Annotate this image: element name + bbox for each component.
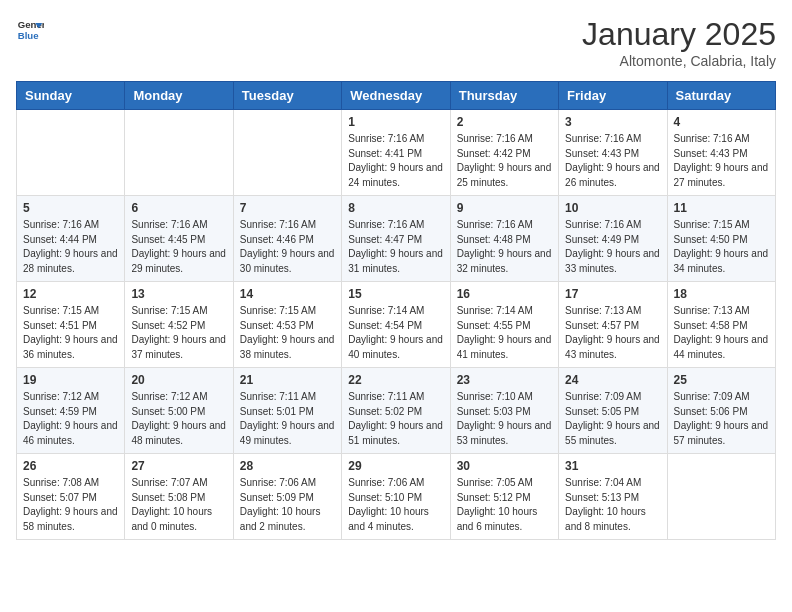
day-info: Sunrise: 7:16 AM Sunset: 4:43 PM Dayligh…	[565, 132, 660, 190]
day-info: Sunrise: 7:06 AM Sunset: 5:09 PM Dayligh…	[240, 476, 335, 534]
day-number: 31	[565, 459, 660, 473]
day-number: 19	[23, 373, 118, 387]
calendar-table: Sunday Monday Tuesday Wednesday Thursday…	[16, 81, 776, 540]
calendar-cell: 7Sunrise: 7:16 AM Sunset: 4:46 PM Daylig…	[233, 196, 341, 282]
calendar-cell: 21Sunrise: 7:11 AM Sunset: 5:01 PM Dayli…	[233, 368, 341, 454]
day-info: Sunrise: 7:14 AM Sunset: 4:55 PM Dayligh…	[457, 304, 552, 362]
day-info: Sunrise: 7:09 AM Sunset: 5:06 PM Dayligh…	[674, 390, 769, 448]
header-friday: Friday	[559, 82, 667, 110]
day-number: 23	[457, 373, 552, 387]
logo: General Blue	[16, 16, 44, 44]
calendar-cell	[233, 110, 341, 196]
day-number: 20	[131, 373, 226, 387]
day-info: Sunrise: 7:06 AM Sunset: 5:10 PM Dayligh…	[348, 476, 443, 534]
calendar-cell: 14Sunrise: 7:15 AM Sunset: 4:53 PM Dayli…	[233, 282, 341, 368]
day-info: Sunrise: 7:13 AM Sunset: 4:58 PM Dayligh…	[674, 304, 769, 362]
calendar-cell: 28Sunrise: 7:06 AM Sunset: 5:09 PM Dayli…	[233, 454, 341, 540]
day-info: Sunrise: 7:16 AM Sunset: 4:45 PM Dayligh…	[131, 218, 226, 276]
day-number: 13	[131, 287, 226, 301]
month-title: January 2025	[582, 16, 776, 53]
day-info: Sunrise: 7:15 AM Sunset: 4:52 PM Dayligh…	[131, 304, 226, 362]
day-number: 14	[240, 287, 335, 301]
calendar-cell: 11Sunrise: 7:15 AM Sunset: 4:50 PM Dayli…	[667, 196, 775, 282]
day-info: Sunrise: 7:15 AM Sunset: 4:50 PM Dayligh…	[674, 218, 769, 276]
calendar-cell: 31Sunrise: 7:04 AM Sunset: 5:13 PM Dayli…	[559, 454, 667, 540]
calendar-cell: 16Sunrise: 7:14 AM Sunset: 4:55 PM Dayli…	[450, 282, 558, 368]
header-saturday: Saturday	[667, 82, 775, 110]
day-info: Sunrise: 7:07 AM Sunset: 5:08 PM Dayligh…	[131, 476, 226, 534]
calendar-cell: 15Sunrise: 7:14 AM Sunset: 4:54 PM Dayli…	[342, 282, 450, 368]
day-number: 5	[23, 201, 118, 215]
day-info: Sunrise: 7:15 AM Sunset: 4:51 PM Dayligh…	[23, 304, 118, 362]
day-number: 22	[348, 373, 443, 387]
day-info: Sunrise: 7:16 AM Sunset: 4:49 PM Dayligh…	[565, 218, 660, 276]
calendar-cell: 19Sunrise: 7:12 AM Sunset: 4:59 PM Dayli…	[17, 368, 125, 454]
calendar-cell	[17, 110, 125, 196]
day-info: Sunrise: 7:16 AM Sunset: 4:43 PM Dayligh…	[674, 132, 769, 190]
calendar-cell: 5Sunrise: 7:16 AM Sunset: 4:44 PM Daylig…	[17, 196, 125, 282]
title-block: January 2025 Altomonte, Calabria, Italy	[582, 16, 776, 69]
calendar-week-2: 5Sunrise: 7:16 AM Sunset: 4:44 PM Daylig…	[17, 196, 776, 282]
day-info: Sunrise: 7:16 AM Sunset: 4:46 PM Dayligh…	[240, 218, 335, 276]
calendar-cell: 17Sunrise: 7:13 AM Sunset: 4:57 PM Dayli…	[559, 282, 667, 368]
calendar-cell: 6Sunrise: 7:16 AM Sunset: 4:45 PM Daylig…	[125, 196, 233, 282]
day-number: 15	[348, 287, 443, 301]
day-info: Sunrise: 7:16 AM Sunset: 4:48 PM Dayligh…	[457, 218, 552, 276]
calendar-cell: 26Sunrise: 7:08 AM Sunset: 5:07 PM Dayli…	[17, 454, 125, 540]
logo-icon: General Blue	[16, 16, 44, 44]
calendar-cell: 13Sunrise: 7:15 AM Sunset: 4:52 PM Dayli…	[125, 282, 233, 368]
day-info: Sunrise: 7:13 AM Sunset: 4:57 PM Dayligh…	[565, 304, 660, 362]
day-number: 26	[23, 459, 118, 473]
day-info: Sunrise: 7:10 AM Sunset: 5:03 PM Dayligh…	[457, 390, 552, 448]
calendar-cell: 22Sunrise: 7:11 AM Sunset: 5:02 PM Dayli…	[342, 368, 450, 454]
day-info: Sunrise: 7:12 AM Sunset: 5:00 PM Dayligh…	[131, 390, 226, 448]
day-number: 4	[674, 115, 769, 129]
header-tuesday: Tuesday	[233, 82, 341, 110]
calendar-cell: 29Sunrise: 7:06 AM Sunset: 5:10 PM Dayli…	[342, 454, 450, 540]
day-info: Sunrise: 7:16 AM Sunset: 4:42 PM Dayligh…	[457, 132, 552, 190]
calendar-cell: 1Sunrise: 7:16 AM Sunset: 4:41 PM Daylig…	[342, 110, 450, 196]
day-number: 18	[674, 287, 769, 301]
day-number: 6	[131, 201, 226, 215]
day-number: 7	[240, 201, 335, 215]
calendar-cell: 18Sunrise: 7:13 AM Sunset: 4:58 PM Dayli…	[667, 282, 775, 368]
header-monday: Monday	[125, 82, 233, 110]
day-number: 3	[565, 115, 660, 129]
header-thursday: Thursday	[450, 82, 558, 110]
page-header: General Blue January 2025 Altomonte, Cal…	[16, 16, 776, 69]
calendar-week-5: 26Sunrise: 7:08 AM Sunset: 5:07 PM Dayli…	[17, 454, 776, 540]
day-number: 21	[240, 373, 335, 387]
day-info: Sunrise: 7:12 AM Sunset: 4:59 PM Dayligh…	[23, 390, 118, 448]
day-number: 27	[131, 459, 226, 473]
day-number: 11	[674, 201, 769, 215]
day-number: 16	[457, 287, 552, 301]
calendar-cell: 10Sunrise: 7:16 AM Sunset: 4:49 PM Dayli…	[559, 196, 667, 282]
svg-text:Blue: Blue	[18, 30, 39, 41]
day-info: Sunrise: 7:16 AM Sunset: 4:44 PM Dayligh…	[23, 218, 118, 276]
day-info: Sunrise: 7:11 AM Sunset: 5:02 PM Dayligh…	[348, 390, 443, 448]
day-info: Sunrise: 7:05 AM Sunset: 5:12 PM Dayligh…	[457, 476, 552, 534]
calendar-cell: 9Sunrise: 7:16 AM Sunset: 4:48 PM Daylig…	[450, 196, 558, 282]
calendar-cell: 25Sunrise: 7:09 AM Sunset: 5:06 PM Dayli…	[667, 368, 775, 454]
day-info: Sunrise: 7:09 AM Sunset: 5:05 PM Dayligh…	[565, 390, 660, 448]
day-number: 9	[457, 201, 552, 215]
calendar-cell	[667, 454, 775, 540]
day-number: 29	[348, 459, 443, 473]
calendar-week-1: 1Sunrise: 7:16 AM Sunset: 4:41 PM Daylig…	[17, 110, 776, 196]
day-number: 1	[348, 115, 443, 129]
calendar-cell	[125, 110, 233, 196]
calendar-cell: 23Sunrise: 7:10 AM Sunset: 5:03 PM Dayli…	[450, 368, 558, 454]
day-number: 8	[348, 201, 443, 215]
day-number: 17	[565, 287, 660, 301]
header-sunday: Sunday	[17, 82, 125, 110]
day-info: Sunrise: 7:16 AM Sunset: 4:41 PM Dayligh…	[348, 132, 443, 190]
calendar-cell: 3Sunrise: 7:16 AM Sunset: 4:43 PM Daylig…	[559, 110, 667, 196]
calendar-cell: 27Sunrise: 7:07 AM Sunset: 5:08 PM Dayli…	[125, 454, 233, 540]
day-number: 24	[565, 373, 660, 387]
calendar-cell: 4Sunrise: 7:16 AM Sunset: 4:43 PM Daylig…	[667, 110, 775, 196]
calendar-cell: 12Sunrise: 7:15 AM Sunset: 4:51 PM Dayli…	[17, 282, 125, 368]
day-number: 28	[240, 459, 335, 473]
calendar-week-4: 19Sunrise: 7:12 AM Sunset: 4:59 PM Dayli…	[17, 368, 776, 454]
header-wednesday: Wednesday	[342, 82, 450, 110]
day-info: Sunrise: 7:14 AM Sunset: 4:54 PM Dayligh…	[348, 304, 443, 362]
